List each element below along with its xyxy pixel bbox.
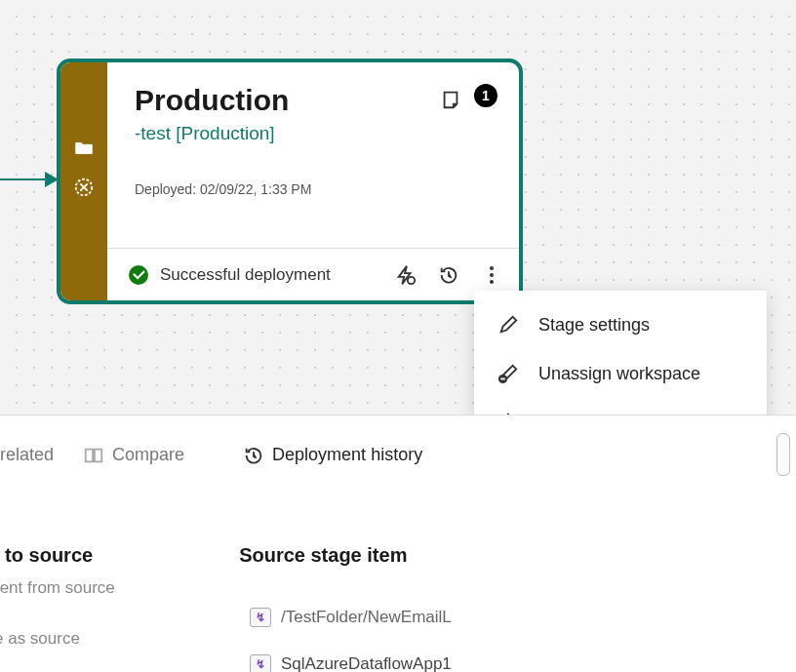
sync-off-icon: [72, 176, 96, 199]
compare-icon: [83, 445, 104, 466]
deployed-timestamp: Deployed: 02/09/22, 1:33 PM: [135, 181, 498, 197]
dataflow-icon: ↯: [250, 608, 271, 627]
menu-item-label: Unassign workspace: [538, 364, 700, 384]
svg-point-3: [408, 276, 415, 283]
success-check-icon: [129, 265, 148, 285]
list-item[interactable]: ↯ /TestFolder/NewEmailL: [250, 608, 796, 627]
menu-item-unassign-workspace[interactable]: Unassign workspace: [474, 349, 767, 398]
status-text: Successful deployment: [160, 265, 382, 285]
count-badge: 1: [474, 84, 498, 107]
menu-item-stage-settings[interactable]: Stage settings: [474, 300, 767, 349]
folder-icon: [72, 137, 96, 160]
card-footer: Successful deployment: [107, 248, 519, 300]
toolbar-related[interactable]: related: [0, 445, 58, 465]
svg-rect-8: [95, 449, 101, 461]
menu-item-label: Stage settings: [538, 315, 650, 336]
svg-rect-7: [86, 449, 93, 461]
history-icon: [243, 445, 264, 466]
dataflow-icon: ↯: [250, 654, 271, 672]
unassign-icon: [498, 363, 519, 384]
toolbar: related Compare Deployment history: [0, 415, 796, 495]
more-options-button[interactable]: [480, 263, 503, 287]
row-label-rent: rent from source: [0, 578, 796, 598]
right-edge-button[interactable]: [776, 433, 790, 476]
stage-card-production: Production 1 -test [Production] Deployed…: [57, 59, 523, 304]
list-item[interactable]: ↯ SqlAzureDataflowApp1: [250, 654, 796, 672]
card-body: Production 1 -test [Production] Deployed…: [107, 62, 519, 300]
stage-title: Production: [135, 84, 439, 117]
bottom-panel: related Compare Deployment history l to …: [0, 415, 796, 672]
card-side-rail: [60, 62, 107, 300]
column-header-source-stage: Source stage item: [239, 544, 407, 567]
rules-icon[interactable]: [394, 263, 418, 287]
toolbar-deployment-history[interactable]: Deployment history: [239, 445, 426, 466]
history-icon[interactable]: [437, 263, 460, 287]
toolbar-compare[interactable]: Compare: [79, 445, 188, 466]
connector-arrow: [0, 178, 57, 180]
workspace-name: -test [Production]: [135, 123, 498, 144]
column-header-to-source: l to source: [0, 544, 93, 567]
pencil-icon: [498, 314, 519, 336]
note-icon[interactable]: [439, 88, 462, 111]
